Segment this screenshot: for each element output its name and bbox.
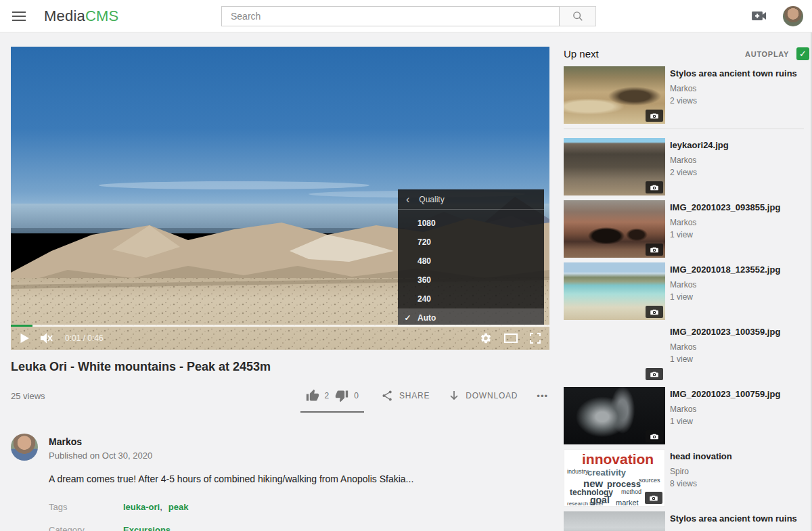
fullscreen-button[interactable] (530, 333, 541, 344)
like-button[interactable]: 2 (306, 389, 330, 402)
list-item[interactable]: leykaori24.jpg Markos 2 views (564, 138, 809, 195)
player-controls: 0:01 / 0:46 (11, 325, 549, 350)
search-icon (572, 10, 584, 22)
action-bar: 2 0 SHARE DOWNLOAD ••• (302, 389, 549, 402)
thumbnail[interactable] (564, 387, 665, 444)
item-views: 1 view (670, 354, 780, 364)
item-title[interactable]: IMG_20201023_093855.jpg (670, 202, 780, 213)
item-title[interactable]: IMG_20201023_100759.jpg (670, 389, 780, 400)
user-avatar[interactable] (783, 6, 803, 26)
wordcloud-word: sources (639, 477, 660, 484)
main-column: ‹ Quality 1080 720 480 360 240 ✓ Auto (11, 47, 549, 531)
up-next-sidebar: Up next AUTOPLAY ✓ Stylos area ancient t… (564, 47, 809, 531)
published-date: Published on Oct 30, 2020 (49, 451, 152, 461)
quality-menu: ‹ Quality 1080 720 480 360 240 ✓ Auto (398, 189, 544, 325)
list-item[interactable]: Stylos area ancient town ruins Markos 2 … (564, 66, 809, 124)
mute-button[interactable] (39, 332, 53, 344)
dislike-button[interactable]: 0 (335, 389, 359, 402)
logo-cms: CMS (85, 7, 119, 24)
tag-link-peak[interactable]: peak (168, 502, 189, 512)
quality-option-240[interactable]: 240 (398, 290, 544, 308)
thumbnail[interactable] (564, 262, 665, 320)
item-title[interactable]: Stylos area ancient town ruins (670, 68, 797, 79)
likes-count: 2 (325, 391, 330, 400)
list-item[interactable]: IMG_20201018_123552.jpg Markos 1 view (564, 262, 809, 320)
author-avatar[interactable] (11, 434, 38, 461)
views-count: 25 views (11, 391, 45, 401)
author-name[interactable]: Markos (49, 436, 152, 447)
camera-icon (650, 184, 659, 191)
upload-media-button[interactable] (752, 11, 767, 21)
wordcloud-word: innovation (582, 451, 654, 467)
list-item[interactable]: IMG_20201023_093855.jpg Markos 1 view (564, 200, 809, 258)
share-label: SHARE (399, 391, 430, 400)
top-bar: MediaCMS (0, 0, 812, 32)
search-button[interactable] (560, 6, 596, 26)
video-player[interactable]: ‹ Quality 1080 720 480 360 240 ✓ Auto (11, 47, 549, 350)
item-author: Markos (670, 405, 780, 414)
item-title[interactable]: head inovation (670, 451, 732, 462)
thumbnail[interactable]: innovation industry creativity new proce… (564, 449, 665, 507)
play-button[interactable] (20, 333, 30, 344)
autoplay-checkbox[interactable]: ✓ (796, 47, 809, 60)
media-title: Leuka Ori - White mountains - Peak at 24… (11, 360, 549, 374)
thumbnail[interactable] (564, 511, 665, 531)
thumbnail[interactable] (564, 138, 665, 195)
theater-mode-button[interactable] (504, 333, 518, 343)
thumbnail[interactable] (564, 325, 665, 382)
logo-media: Media (44, 7, 85, 24)
list-item[interactable]: IMG_20201023_100359.jpg Markos 1 view (564, 325, 809, 382)
item-title[interactable]: IMG_20201023_100359.jpg (670, 327, 780, 338)
quality-option-360[interactable]: 360 (398, 271, 544, 290)
item-views: 1 view (670, 417, 780, 426)
quality-option-1080[interactable]: 1080 (398, 214, 544, 233)
item-title[interactable]: Stylos area ancient town ruins (670, 513, 797, 524)
volume-muted-icon (39, 332, 53, 344)
meta-row: 25 views 2 0 SHARE DOWNLOAD (11, 385, 549, 407)
quality-option-720[interactable]: 720 (398, 233, 544, 252)
share-button[interactable]: SHARE (382, 390, 430, 402)
settings-button[interactable] (480, 332, 492, 344)
quality-option-480[interactable]: 480 (398, 252, 544, 271)
rating-underline (300, 411, 364, 413)
header-actions (752, 6, 803, 26)
item-author: Markos (670, 342, 780, 352)
search-input[interactable] (221, 6, 560, 26)
download-icon (449, 390, 459, 402)
search-bar (221, 6, 596, 26)
item-views: 1 view (670, 230, 780, 239)
autoplay-label: AUTOPLAY (745, 50, 789, 58)
list-item[interactable]: Stylos area ancient town ruins (564, 511, 809, 531)
item-views: 1 view (670, 292, 780, 302)
share-icon (382, 390, 393, 402)
more-options-button[interactable]: ••• (537, 391, 548, 401)
author-section: Markos Published on Oct 30, 2020 (11, 434, 549, 461)
videocam-plus-icon (752, 11, 767, 21)
list-item[interactable]: innovation industry creativity new proce… (564, 449, 809, 507)
chevron-left-icon: ‹ (406, 194, 409, 205)
wordcloud-word: research better (567, 501, 604, 507)
item-views: 8 views (670, 479, 732, 488)
item-title[interactable]: IMG_20201018_123552.jpg (670, 264, 780, 275)
download-button[interactable]: DOWNLOAD (449, 390, 518, 402)
item-author: Markos (670, 84, 797, 93)
media-meta: Tags leuka-ori,peak Category Excursions (49, 502, 549, 531)
dislikes-count: 0 (354, 391, 359, 400)
thumbnail[interactable] (564, 66, 665, 124)
gear-icon (480, 332, 492, 344)
thumbnail[interactable] (564, 200, 665, 258)
category-link[interactable]: Excursions (123, 525, 171, 531)
quality-menu-back[interactable]: ‹ Quality (398, 189, 544, 210)
camera-icon (650, 433, 659, 440)
theater-icon (504, 333, 518, 343)
thumb-down-icon (335, 389, 348, 402)
tag-link-leuka-ori[interactable]: leuka-ori (123, 502, 160, 512)
list-item[interactable]: IMG_20201023_100759.jpg Markos 1 view (564, 387, 809, 444)
item-author: Markos (670, 156, 729, 165)
wordcloud-word: method (621, 488, 641, 495)
item-author: Markos (670, 280, 780, 290)
media-description: A dream comes true! After 4-5 hours of c… (49, 474, 549, 484)
item-title[interactable]: leykaori24.jpg (670, 140, 729, 151)
logo[interactable]: MediaCMS (44, 7, 118, 25)
menu-icon[interactable] (12, 11, 26, 21)
